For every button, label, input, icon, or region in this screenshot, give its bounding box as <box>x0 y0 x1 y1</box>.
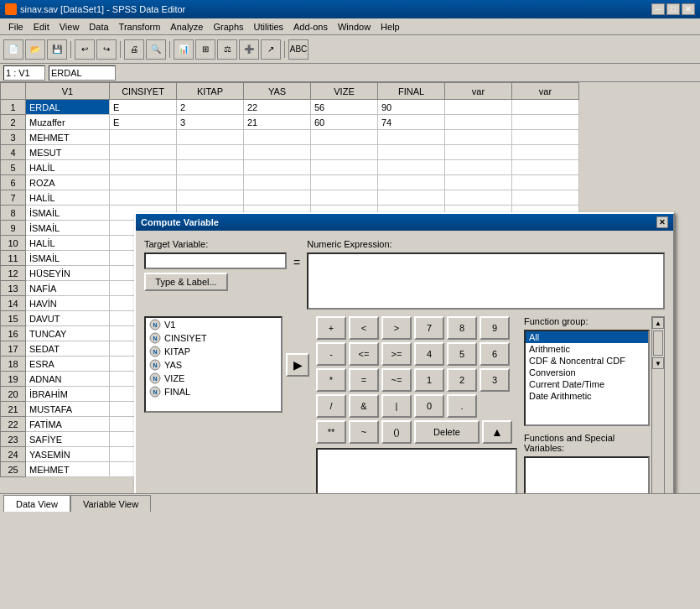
col-header-var2[interactable]: var <box>512 83 579 100</box>
cell-v1[interactable]: HAVİN <box>26 296 110 311</box>
cell-var-6[interactable] <box>445 175 512 190</box>
cell-final[interactable] <box>378 130 445 145</box>
menu-data[interactable]: Data <box>84 20 113 34</box>
col-header-vize[interactable]: VIZE <box>311 83 378 100</box>
var-item-final[interactable]: NFINAL <box>146 385 281 398</box>
menu-help[interactable]: Help <box>376 20 405 34</box>
cell-value-input[interactable] <box>49 65 116 81</box>
menu-addons[interactable]: Add-ons <box>288 20 333 34</box>
cell-var-6[interactable] <box>445 190 512 206</box>
cell-final[interactable]: 90 <box>378 100 445 115</box>
new-file-btn[interactable]: 📄 <box>3 39 23 60</box>
fg-item-cdf-&-noncentral-cdf[interactable]: CDF & Noncentral CDF <box>526 355 648 367</box>
cell-var-7[interactable] <box>512 145 579 160</box>
redo-btn[interactable]: ↪ <box>96 39 117 60</box>
calc-7[interactable]: 7 <box>414 316 444 340</box>
cell-v1[interactable]: HALİL <box>26 236 110 251</box>
goto-btn[interactable]: ↗ <box>261 39 281 60</box>
cell-yas[interactable]: 21 <box>244 115 311 130</box>
cell-v1[interactable]: ESRA <box>26 357 110 372</box>
var-item-v1[interactable]: NV1 <box>146 318 281 331</box>
menu-utilities[interactable]: Utilities <box>249 20 288 34</box>
split-file-btn[interactable]: ⊞ <box>195 39 215 60</box>
cell-kitap[interactable] <box>177 145 244 160</box>
calc-eq[interactable]: = <box>349 368 379 392</box>
calc-0[interactable]: 0 <box>414 394 444 418</box>
cell-final[interactable] <box>378 190 445 206</box>
menu-view[interactable]: View <box>54 20 85 34</box>
weight-cases-btn[interactable]: ⚖ <box>217 39 237 60</box>
cell-vize[interactable] <box>311 145 378 160</box>
cell-vize[interactable] <box>311 160 378 175</box>
cell-v1[interactable]: ROZA <box>26 175 110 190</box>
cell-vize[interactable] <box>311 175 378 190</box>
cell-v1[interactable]: HALİL <box>26 190 110 206</box>
cell-v1[interactable]: FATİMA <box>26 417 110 432</box>
calc-lte[interactable]: <= <box>349 342 379 366</box>
cell-cinsiyet[interactable] <box>110 175 177 190</box>
calc-delete[interactable]: Delete <box>414 420 480 444</box>
cell-v1[interactable]: TUNCAY <box>26 326 110 341</box>
scrollbar-up[interactable]: ▲ <box>652 317 664 329</box>
var-editor-btn[interactable]: 📊 <box>174 39 194 60</box>
save-btn[interactable]: 💾 <box>47 39 67 60</box>
cell-cinsiyet[interactable]: E <box>110 115 177 130</box>
fg-item-conversion[interactable]: Conversion <box>526 367 648 378</box>
calc-5[interactable]: 5 <box>447 342 477 366</box>
menu-window[interactable]: Window <box>333 20 376 34</box>
cell-yas[interactable] <box>244 130 311 145</box>
cell-kitap[interactable]: 2 <box>177 100 244 115</box>
variables-list[interactable]: NV1NCINSIYETNKITAPNYASNVIZENFINAL <box>144 316 283 413</box>
maximize-btn[interactable]: □ <box>666 3 680 15</box>
insert-var-btn[interactable]: ➕ <box>239 39 259 60</box>
menu-edit[interactable]: Edit <box>29 20 54 34</box>
cell-var-7[interactable] <box>512 190 579 206</box>
calc-or[interactable]: | <box>381 394 412 418</box>
target-var-input[interactable] <box>144 252 287 269</box>
cell-cinsiyet[interactable]: E <box>110 100 177 115</box>
menu-transform[interactable]: Transform <box>114 20 166 34</box>
scrollbar-thumb[interactable] <box>653 331 663 356</box>
var-item-kitap[interactable]: NKITAP <box>146 345 281 358</box>
cell-kitap[interactable] <box>177 130 244 145</box>
type-label-button[interactable]: Type & Label... <box>144 273 228 291</box>
cell-final[interactable] <box>378 160 445 175</box>
cell-cinsiyet[interactable] <box>110 160 177 175</box>
print-btn[interactable]: 🖨 <box>124 39 144 60</box>
cell-v1[interactable]: SAFİYE <box>26 432 110 447</box>
cell-yas[interactable]: 22 <box>244 100 311 115</box>
cell-v1[interactable]: ADNAN <box>26 372 110 387</box>
cell-cinsiyet[interactable] <box>110 190 177 206</box>
calc-3[interactable]: 3 <box>480 368 510 392</box>
cell-final[interactable] <box>378 175 445 190</box>
cell-v1[interactable]: İSMAİL <box>26 221 110 236</box>
col-header-final[interactable]: FINAL <box>378 83 445 100</box>
cell-vize[interactable] <box>311 130 378 145</box>
cell-cinsiyet[interactable] <box>110 130 177 145</box>
calc-dot[interactable]: . <box>447 394 477 418</box>
expr-area[interactable] <box>316 448 517 493</box>
cell-v1[interactable]: YASEMİN <box>26 447 110 462</box>
calc-4[interactable]: 4 <box>414 342 444 366</box>
cell-final[interactable]: 74 <box>378 115 445 130</box>
cell-var-6[interactable] <box>445 160 512 175</box>
calc-2[interactable]: 2 <box>447 368 477 392</box>
cell-var-7[interactable] <box>512 115 579 130</box>
calc-div[interactable]: / <box>316 394 346 418</box>
cell-var-6[interactable] <box>445 130 512 145</box>
col-header-yas[interactable]: YAS <box>244 83 311 100</box>
var-item-yas[interactable]: NYAS <box>146 358 281 372</box>
fg-item-current-date/time[interactable]: Current Date/Time <box>526 378 648 390</box>
cell-cinsiyet[interactable] <box>110 145 177 160</box>
functions-special-list[interactable] <box>524 456 650 493</box>
cell-kitap[interactable] <box>177 175 244 190</box>
cell-v1[interactable]: MEHMET <box>26 130 110 145</box>
fg-scrollbar[interactable]: ▲ ▼ <box>651 316 665 493</box>
cell-var-7[interactable] <box>512 100 579 115</box>
cell-v1[interactable]: DAVUT <box>26 311 110 326</box>
calc-neq[interactable]: ~= <box>381 368 412 392</box>
close-btn[interactable]: ✕ <box>682 3 695 15</box>
calc-gt[interactable]: > <box>381 316 412 340</box>
calc-not[interactable]: ~ <box>349 420 379 444</box>
calc-power[interactable]: ** <box>316 420 346 444</box>
